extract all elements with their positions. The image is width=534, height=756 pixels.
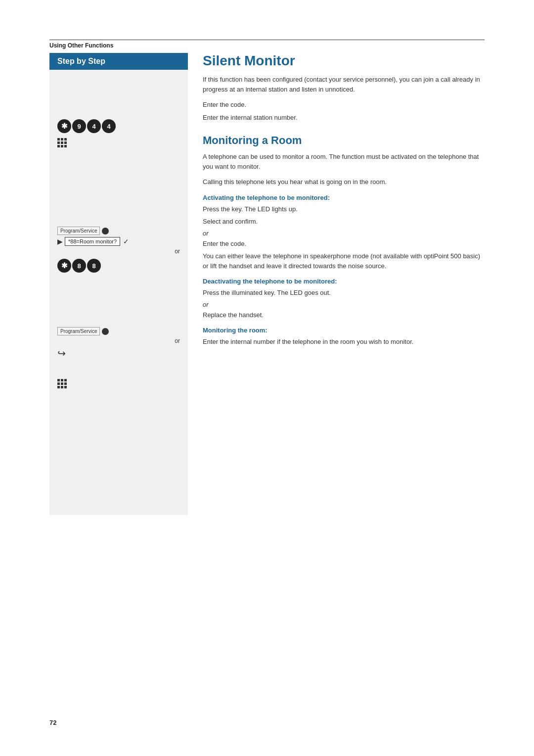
monitoring-room-icons: Program/Service ▶ *88=Room monitor? ✓ or… [57, 227, 180, 388]
or-label-1: or [203, 230, 485, 237]
page-container: Using Other Functions Step by Step ✱ 9 4… [0, 0, 534, 756]
monitoring-room-title: Monitoring a Room [203, 134, 485, 147]
main-layout: Step by Step ✱ 9 4 4 [49, 53, 485, 515]
section-header: Using Other Functions [49, 42, 485, 49]
checkmark-icon: ✓ [123, 237, 129, 245]
star-icon: ✱ [57, 119, 71, 133]
silent-monitor-enter-internal: Enter the internal station number. [203, 113, 485, 123]
eight-icon-2: 8 [87, 259, 101, 273]
four2-icon: 4 [102, 119, 116, 133]
four-icon: 4 [87, 119, 101, 133]
deactivating-label: Deactivating the telephone to be monitor… [203, 278, 485, 285]
or-label-2: or [203, 301, 485, 308]
monitoring-room-label: Monitoring the room: [203, 327, 485, 334]
or-text-2: or [57, 337, 180, 344]
code-icons-row-2: ✱ 8 8 [57, 259, 180, 273]
keypad-icon-1 [57, 138, 180, 147]
led-circle-2 [102, 328, 109, 335]
deactivating-icons: Program/Service or ↩ [57, 327, 180, 359]
select-confirm: Select and confirm. [203, 217, 485, 227]
replace-handset: Replace the handset. [203, 310, 485, 320]
silent-monitor-title: Silent Monitor [203, 53, 485, 69]
activating-label: Activating the telephone to be monitored… [203, 194, 485, 201]
monitoring-room-keypad [57, 379, 180, 388]
led-circle-1 [102, 228, 109, 235]
room-monitor-row: ▶ *88=Room monitor? ✓ [57, 237, 180, 246]
step-by-step-box: Step by Step [49, 53, 188, 70]
right-column: Silent Monitor If this function has been… [188, 53, 485, 515]
star-icon-2: ✱ [57, 259, 71, 273]
nine-icon: 9 [72, 119, 86, 133]
monitoring-room-desc1: A telephone can be used to monitor a roo… [203, 152, 485, 171]
phone-icon-container: ↩ [57, 347, 180, 359]
program-service-row-1: Program/Service [57, 227, 180, 235]
left-column: Step by Step ✱ 9 4 4 [49, 53, 188, 515]
phone-icon: ↩ [57, 347, 66, 359]
deactivating-press: Press the illuminated key. The LED goes … [203, 288, 485, 298]
enter-code-2: Enter the code. [203, 239, 485, 249]
monitoring-room-text: Enter the internal number if the telepho… [203, 337, 485, 347]
arrow-right-icon: ▶ [57, 237, 63, 245]
activating-press: Press the key. The LED lights up. [203, 204, 485, 214]
header-line [49, 40, 485, 40]
monitoring-room-desc2: Calling this telephone lets you hear wha… [203, 177, 485, 187]
program-service-btn-2[interactable]: Program/Service [57, 327, 100, 335]
program-service-row-2: Program/Service [57, 327, 180, 335]
silent-monitor-description: If this function has been configured (co… [203, 75, 485, 94]
or-text-1: or [57, 248, 180, 255]
silent-monitor-icons: ✱ 9 4 4 [57, 119, 180, 147]
left-content-area: ✱ 9 4 4 [49, 70, 188, 515]
room-monitor-text: *88=Room monitor? [65, 237, 120, 246]
code-icons-row: ✱ 9 4 4 [57, 119, 180, 133]
eight-icon-1: 8 [72, 259, 86, 273]
silent-monitor-enter-code: Enter the code. [203, 100, 485, 110]
page-number: 72 [49, 719, 56, 726]
speakerphone-text: You can either leave the telephone in sp… [203, 251, 485, 271]
program-service-btn-1[interactable]: Program/Service [57, 227, 100, 235]
